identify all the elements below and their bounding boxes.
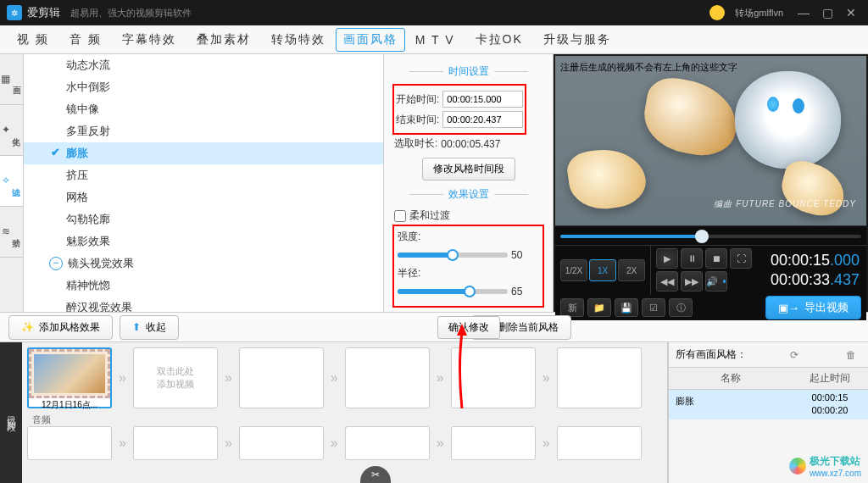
tab-4[interactable]: 转场特效 (261, 27, 336, 53)
effect-item[interactable]: 挤压 (24, 164, 383, 186)
end-time-label: 结束时间: (396, 113, 439, 127)
effect-item[interactable]: 网格 (24, 186, 383, 208)
tab-1[interactable]: 音 频 (59, 27, 112, 53)
duration-label: 选取时长: (394, 136, 437, 151)
empty-slot[interactable] (345, 347, 430, 408)
effect-item[interactable]: 醉汉视觉效果 (24, 297, 383, 312)
tab-2[interactable]: 字幕特效 (112, 27, 186, 53)
modify-time-button[interactable]: 修改风格时间段 (422, 158, 515, 180)
radius-slider[interactable] (398, 289, 508, 294)
add-effect-button[interactable]: 添加风格效果 (8, 315, 113, 340)
tab-5[interactable]: 画面风格 (336, 28, 405, 52)
effect-settings-header: 效果设置 (394, 187, 542, 202)
start-time-label: 开始时间: (396, 92, 439, 107)
trash-icon[interactable]: 🗑 (846, 349, 856, 361)
preview-blob-icon (735, 71, 841, 169)
current-time: 00:00:15.000 (771, 251, 860, 270)
close-button[interactable]: ✕ (841, 3, 861, 23)
soft-transition-label: 柔和过渡 (409, 208, 450, 223)
maximize-button[interactable]: ▢ (817, 3, 837, 23)
preview-watermark: 编曲 FUTURE BOUNCE TEDDY (714, 198, 856, 210)
radius-value: 65 (511, 286, 522, 297)
effect-item[interactable]: 魅影效果 (24, 230, 383, 253)
user-avatar[interactable] (709, 5, 725, 20)
audio-slot[interactable] (557, 426, 642, 460)
open-icon[interactable]: 📁 (587, 298, 611, 317)
speed-1/2X[interactable]: 1/2X (560, 259, 587, 281)
scrubber[interactable] (555, 225, 866, 246)
arrow-icon: » (541, 370, 552, 386)
clip-name: 12月1日16点... (29, 398, 110, 412)
fullscreen-button[interactable]: ⛶ (730, 248, 752, 269)
sidenav-动景[interactable]: ≋动景 (0, 207, 23, 258)
effect-item[interactable]: 精神恍惚 (24, 275, 383, 297)
duration-value: 00:00:05.437 (441, 138, 500, 150)
video-clip[interactable]: ≡ ✕ 12月1日16点... (27, 347, 112, 408)
side-panel-title: 所有画面风格： (676, 347, 747, 362)
start-time-input[interactable] (442, 91, 523, 108)
sidenav-画面[interactable]: ▦画面 (0, 54, 23, 105)
effect-group[interactable]: 镜头视觉效果 (24, 253, 383, 275)
effect-item[interactable]: 多重反射 (24, 120, 383, 142)
empty-slot[interactable] (557, 347, 642, 408)
effect-row[interactable]: 膨胀 00:00:1500:00:20 (669, 390, 868, 419)
tab-0[interactable]: 视 频 (7, 27, 59, 53)
save-icon[interactable]: 💾 (615, 298, 638, 317)
intensity-label: 强度: (398, 230, 539, 244)
tab-6[interactable]: M T V (405, 28, 465, 52)
tab-7[interactable]: 卡拉OK (465, 27, 533, 53)
preview-blob-icon (565, 144, 649, 214)
audio-slot[interactable] (239, 426, 324, 460)
audio-slot[interactable] (27, 426, 112, 460)
col-time: 起止时间 (792, 371, 868, 386)
add-video-slot[interactable]: 双击此处添加视频 (133, 347, 218, 408)
audio-slot[interactable] (133, 426, 218, 460)
info-icon[interactable]: ⓘ (669, 298, 693, 317)
speed-2X[interactable]: 2X (618, 259, 645, 281)
export-button[interactable]: ▣→导出视频 (765, 296, 861, 319)
stop-button[interactable]: ⏹ (705, 248, 727, 269)
audio-slot[interactable] (345, 426, 430, 460)
end-time-input[interactable] (442, 111, 523, 128)
collapse-button[interactable]: 收起 (120, 315, 179, 340)
refresh-icon[interactable]: ⟳ (790, 349, 798, 361)
prev-button[interactable]: ◀◀ (656, 271, 678, 291)
arrow-icon: » (223, 370, 234, 386)
audio-slot[interactable] (451, 426, 536, 460)
row-name: 膨胀 (669, 391, 792, 418)
time-settings-header: 时间设置 (394, 64, 542, 79)
tab-3[interactable]: 叠加素材 (186, 27, 261, 53)
app-tagline: 超易用、强大的视频剪辑软件 (70, 7, 192, 19)
effect-item[interactable]: 水中倒影 (24, 76, 383, 98)
intensity-value: 50 (511, 249, 522, 261)
new-button[interactable]: 新 (560, 298, 584, 317)
sidenav-美化[interactable]: ✦美化 (0, 105, 23, 156)
effect-item[interactable]: 动态水流 (24, 54, 383, 76)
site-watermark: 极光下载站www.xz7.com (789, 454, 861, 478)
volume-icon[interactable]: 🔊 (705, 271, 727, 291)
radius-label: 半径: (398, 266, 539, 280)
play-button[interactable]: ▶ (656, 248, 678, 269)
settings-icon[interactable]: ☑ (642, 298, 665, 317)
soft-transition-checkbox[interactable] (394, 210, 406, 222)
arrow-icon: » (329, 370, 340, 386)
empty-slot[interactable] (239, 347, 324, 408)
intensity-slider[interactable] (398, 253, 508, 258)
pause-button[interactable]: ⏸ (681, 248, 703, 269)
cut-button[interactable]: ✂ (360, 466, 391, 483)
effect-item[interactable]: 镜中像 (24, 98, 383, 120)
site-logo-icon (789, 458, 806, 475)
next-button[interactable]: ▶▶ (681, 271, 703, 291)
app-logo: ✲ (7, 5, 22, 20)
effect-item[interactable]: 勾勒轮廓 (24, 208, 383, 230)
app-title: 爱剪辑 (27, 5, 60, 20)
col-name: 名称 (669, 371, 792, 386)
arrow-icon: » (117, 370, 128, 386)
video-preview: 注册后生成的视频不会有左上角的这些文字 编曲 FUTURE BOUNCE TED… (555, 56, 866, 225)
sidenav-滤镜[interactable]: ✧滤镜 (0, 156, 23, 207)
effect-item[interactable]: 膨胀 (24, 142, 383, 164)
watermark-notice: 注册后生成的视频不会有左上角的这些文字 (560, 61, 861, 74)
minimize-button[interactable]: — (793, 3, 814, 23)
tab-8[interactable]: 升级与服务 (533, 27, 621, 53)
speed-1X[interactable]: 1X (589, 259, 616, 281)
